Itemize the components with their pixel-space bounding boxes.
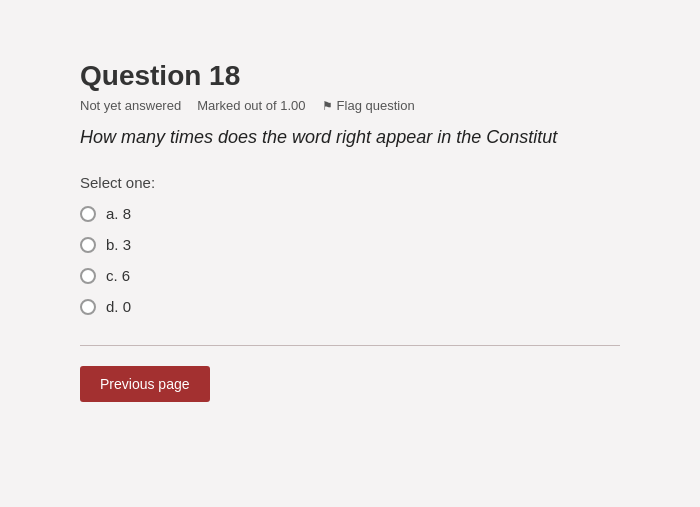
previous-page-button[interactable]: Previous page [80,366,210,402]
flag-label: Flag question [337,98,415,113]
option-item-a[interactable]: a. 8 [80,205,620,222]
flag-icon: ⚑ [322,99,333,113]
meta-flag: ⚑ Flag question [322,98,415,113]
section-divider [80,345,620,346]
question-text: How many times does the word right appea… [80,125,620,150]
option-radio-b[interactable] [80,237,96,253]
option-radio-c[interactable] [80,268,96,284]
option-item-b[interactable]: b. 3 [80,236,620,253]
meta-marked: Marked out of 1.00 [197,98,305,113]
meta-not-answered: Not yet answered [80,98,181,113]
option-label-a: a. 8 [106,205,131,222]
meta-row: Not yet answered Marked out of 1.00 ⚑ Fl… [80,98,620,113]
select-label: Select one: [80,174,620,191]
content-area: Question 18 Not yet answered Marked out … [0,0,700,442]
option-label-c: c. 6 [106,267,130,284]
option-radio-d[interactable] [80,299,96,315]
option-label-d: d. 0 [106,298,131,315]
option-item-d[interactable]: d. 0 [80,298,620,315]
question-title: Question 18 [80,60,620,92]
option-radio-a[interactable] [80,206,96,222]
page-wrapper: Question 18 Not yet answered Marked out … [0,0,700,507]
option-label-b: b. 3 [106,236,131,253]
option-item-c[interactable]: c. 6 [80,267,620,284]
options-list: a. 8 b. 3 c. 6 d. 0 [80,205,620,315]
